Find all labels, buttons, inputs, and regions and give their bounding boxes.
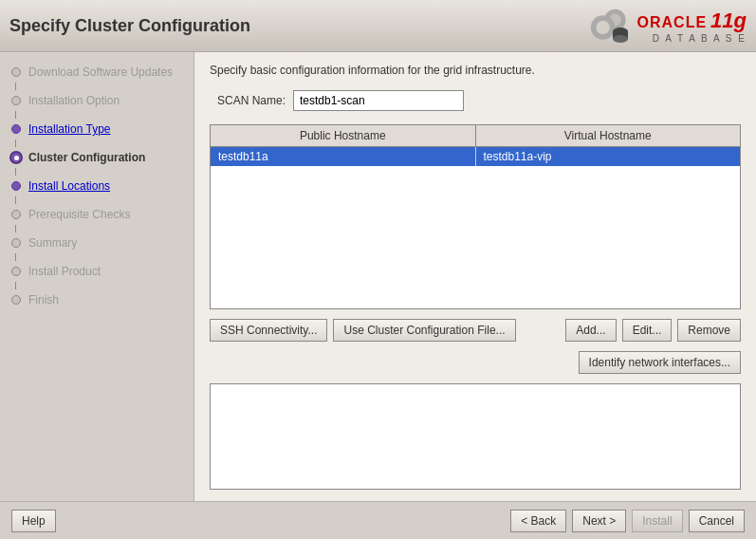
table-header-public: Public Hostname <box>211 125 476 146</box>
oracle-version: 11g <box>710 9 747 33</box>
sidebar-dot-finish <box>9 293 23 307</box>
sidebar-item-finish: Finish <box>0 289 194 310</box>
footer: Help < Back Next > Install Cancel <box>0 501 756 539</box>
content-description: Specify basic configuration information … <box>210 64 741 77</box>
hostname-table: Public Hostname Virtual Hostname testdb1… <box>210 124 741 309</box>
sidebar-dot-install-product <box>9 265 23 278</box>
table-row[interactable]: testdb11a testdb11a-vip <box>211 147 740 166</box>
cancel-button[interactable]: Cancel <box>689 510 745 532</box>
table-cell-public: testdb11a <box>211 147 476 166</box>
scan-name-input[interactable] <box>293 90 464 111</box>
add-button[interactable]: Add... <box>565 319 616 342</box>
oracle-text-block: ORACLE 11g D A T A B A S E <box>637 9 747 44</box>
table-header: Public Hostname Virtual Hostname <box>211 125 740 147</box>
sidebar-dot-install-locations <box>9 179 23 193</box>
back-button[interactable]: < Back <box>510 510 566 532</box>
sidebar-item-install-locations[interactable]: Install Locations <box>0 176 194 196</box>
oracle-logo-icon <box>586 5 632 46</box>
ssh-connectivity-button[interactable]: SSH Connectivity... <box>210 319 327 342</box>
sidebar-item-install-product: Install Product <box>0 261 194 282</box>
scan-label: SCAN Name: <box>210 94 286 107</box>
sidebar-item-cluster-configuration: Cluster Configuration <box>0 147 194 168</box>
help-button[interactable]: Help <box>11 510 56 532</box>
identify-network-button[interactable]: Identify network interfaces... <box>579 351 741 374</box>
scan-name-row: SCAN Name: <box>210 90 741 111</box>
page-title: Specify Cluster Configuration <box>9 16 250 36</box>
cluster-action-buttons: SSH Connectivity... Use Cluster Configur… <box>210 319 741 342</box>
sidebar-dot-summary <box>9 236 23 250</box>
sidebar-item-installation-type[interactable]: Installation Type <box>0 119 194 139</box>
oracle-logo: ORACLE 11g D A T A B A S E <box>586 5 747 46</box>
svg-point-6 <box>613 35 628 43</box>
main-layout: Download Software Updates Installation O… <box>0 52 756 501</box>
use-cluster-config-button[interactable]: Use Cluster Configuration File... <box>333 319 515 342</box>
sidebar-dot-install-option <box>9 94 23 107</box>
table-cell-virtual: testdb11a-vip <box>476 147 741 166</box>
sidebar-item-installation-option: Installation Option <box>0 90 194 111</box>
content-area: Specify basic configuration information … <box>194 52 756 501</box>
sidebar-dot-cluster <box>9 151 23 164</box>
info-box <box>210 383 741 490</box>
table-body: testdb11a testdb11a-vip <box>211 147 740 308</box>
header: Specify Cluster Configuration ORACLE 11g… <box>0 0 756 52</box>
edit-button[interactable]: Edit... <box>622 319 673 342</box>
oracle-db-label: D A T A B A S E <box>637 33 747 44</box>
next-button[interactable]: Next > <box>572 510 626 532</box>
sidebar-item-summary: Summary <box>0 232 194 253</box>
footer-nav-buttons: < Back Next > Install Cancel <box>510 510 745 532</box>
svg-point-3 <box>596 21 609 34</box>
remove-button[interactable]: Remove <box>677 319 741 342</box>
sidebar: Download Software Updates Installation O… <box>0 52 194 501</box>
table-header-virtual: Virtual Hostname <box>476 125 741 146</box>
sidebar-dot-download <box>9 65 23 79</box>
install-button: Install <box>632 510 682 532</box>
sidebar-dot-prereq <box>9 208 23 221</box>
sidebar-dot-install-type <box>9 122 23 136</box>
identify-network-row: Identify network interfaces... <box>210 351 741 374</box>
oracle-brand: ORACLE <box>637 14 708 31</box>
sidebar-item-prerequisite-checks: Prerequisite Checks <box>0 204 194 225</box>
sidebar-item-download-software-updates: Download Software Updates <box>0 62 194 83</box>
